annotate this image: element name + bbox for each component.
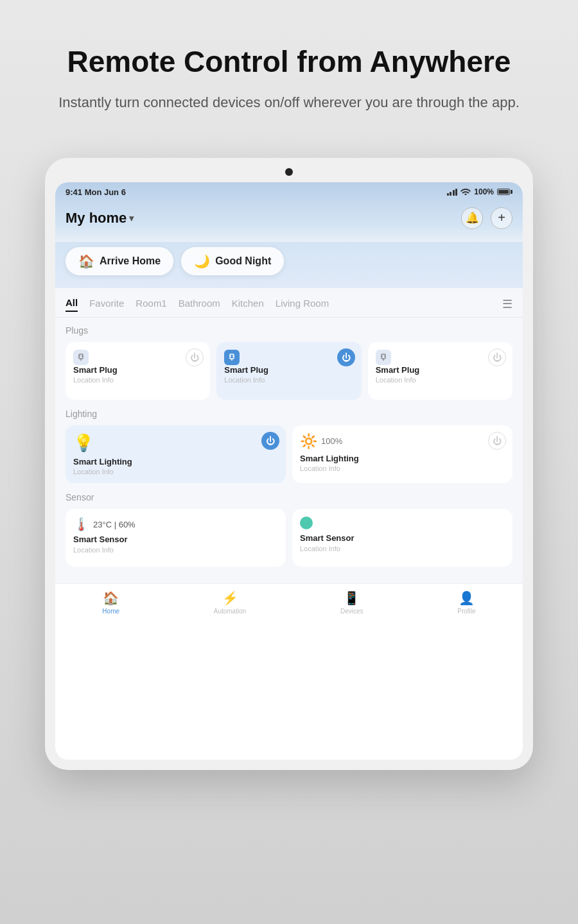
arrive-home-icon: 🏠 [78,253,94,269]
plug3-name: Smart Plug [376,365,505,375]
light1-location: Location Info [73,468,278,475]
tab-favorite[interactable]: Favorite [89,298,124,311]
sensor2-dot-icon [300,517,313,529]
tab-all[interactable]: All [66,297,78,312]
status-icons: 100% [447,187,512,197]
device-frame: 9:41 Mon Jun 6 100% [45,158,533,770]
status-bar: 9:41 Mon Jun 6 100% [55,182,523,201]
light1-icon: 💡 [73,433,278,453]
device-card-light1[interactable]: 💡 ⏻ Smart Lighting Location Info [66,425,286,484]
sensor-grid: 🌡️ 23°C | 60% Smart Sensor Location Info… [66,509,512,567]
sensor2-name: Smart Sensor [300,533,505,543]
battery-icon [497,189,512,195]
app-header: My home ▾ 🔔 + [55,201,523,242]
sensor1-reading-row: 🌡️ 23°C | 60% [73,517,278,532]
tab-menu-icon[interactable]: ☰ [502,297,512,311]
promo-section: Remote Control from Anywhere Instantly t… [0,0,578,139]
home-title[interactable]: My home ▾ [66,210,134,227]
dropdown-icon: ▾ [129,213,134,223]
light1-name: Smart Lighting [73,457,278,467]
phone-screen: 9:41 Mon Jun 6 100% [55,182,523,760]
good-night-icon: 🌙 [194,253,210,269]
plug3-location: Location Info [376,376,505,384]
device-card-light2[interactable]: 🔆 100% ⏻ Smart Lighting Location Info [292,425,512,484]
nav-profile[interactable]: 👤 Profile [457,590,475,615]
light2-name: Smart Lighting [300,454,505,464]
plugs-grid: ⏻ Smart Plug Location Info ⏻ Smar [66,342,512,400]
promo-subtitle: Instantly turn connected devices on/off … [51,92,527,113]
arrive-home-button[interactable]: 🏠 Arrive Home [66,247,173,275]
light2-header: 🔆 100% [300,433,505,450]
devices-nav-label: Devices [340,608,363,615]
tab-kitchen[interactable]: Kitchen [232,298,264,311]
plug1-icon [73,350,89,365]
home-nav-label: Home [102,608,119,615]
plug1-location: Location Info [73,376,202,384]
tab-living-room[interactable]: Living Room [276,298,329,311]
plug1-name: Smart Plug [73,365,202,375]
nav-devices[interactable]: 📱 Devices [340,590,363,615]
signal-icon [447,189,458,196]
lighting-grid: 💡 ⏻ Smart Lighting Location Info 🔆 100% … [66,425,512,484]
device-card-sensor2[interactable]: Smart Sensor Location Info [292,509,512,567]
tab-room1[interactable]: Room1 [136,298,166,311]
tab-bar: All Favorite Room1 Bathroom Kitchen Livi… [55,288,523,318]
sensor1-name: Smart Sensor [73,535,278,545]
light2-brightness: 100% [321,436,342,446]
devices-nav-icon: 📱 [344,590,360,606]
section-label-sensor: Sensor [66,492,512,502]
notification-button[interactable]: 🔔 [461,207,483,229]
camera-dot [285,168,293,176]
automation-nav-icon: ⚡ [222,590,238,606]
scenes-row: 🏠 Arrive Home 🌙 Good Night [55,242,523,288]
sensor2-icon-wrap [300,517,505,529]
tab-bathroom[interactable]: Bathroom [179,298,220,311]
arrive-home-label: Arrive Home [100,255,161,267]
status-time: 9:41 Mon Jun 6 [66,187,126,197]
light1-power-button[interactable]: ⏻ [261,432,279,450]
add-button[interactable]: + [491,207,512,229]
plug2-icon [224,350,240,365]
sensor1-location: Location Info [73,546,278,554]
device-card-plug2[interactable]: ⏻ Smart Plug Location Info [216,342,361,400]
thermometer-icon: 🌡️ [73,517,89,532]
plug2-location: Location Info [224,376,353,384]
plug1-power-button[interactable]: ⏻ [186,348,204,366]
light2-power-button[interactable]: ⏻ [488,432,506,450]
sensor2-location: Location Info [300,545,505,552]
add-icon: + [498,210,505,225]
section-label-plugs: Plugs [66,325,512,336]
home-name: My home [66,210,127,227]
device-card-sensor1[interactable]: 🌡️ 23°C | 60% Smart Sensor Location Info [66,509,286,567]
wifi-icon [460,187,471,197]
plug3-icon [376,350,391,365]
nav-home[interactable]: 🏠 Home [102,590,119,615]
plug3-power-button[interactable]: ⏻ [488,348,506,366]
plug2-name: Smart Plug [224,365,353,375]
nav-automation[interactable]: ⚡ Automation [214,590,247,615]
bottom-nav: 🏠 Home ⚡ Automation 📱 Devices 👤 Profile [55,583,523,619]
light2-location: Location Info [300,465,505,472]
bell-icon: 🔔 [466,211,479,225]
header-icons: 🔔 + [461,207,512,229]
battery-percent: 100% [474,187,494,196]
automation-nav-label: Automation [214,608,247,615]
plug2-power-button[interactable]: ⏻ [337,348,355,366]
promo-title: Remote Control from Anywhere [51,45,527,79]
light2-icon: 🔆 [300,433,317,450]
sensor1-reading: 23°C | 60% [93,520,136,529]
good-night-label: Good Night [215,255,271,267]
device-card-plug1[interactable]: ⏻ Smart Plug Location Info [66,342,210,400]
profile-nav-icon: 👤 [459,590,475,606]
section-label-lighting: Lighting [66,409,512,419]
profile-nav-label: Profile [457,608,475,615]
good-night-button[interactable]: 🌙 Good Night [181,247,284,275]
device-card-plug3[interactable]: ⏻ Smart Plug Location Info [368,342,512,400]
home-nav-icon: 🏠 [103,590,119,606]
device-list: Plugs ⏻ Smart Plug Location Info [55,318,523,584]
